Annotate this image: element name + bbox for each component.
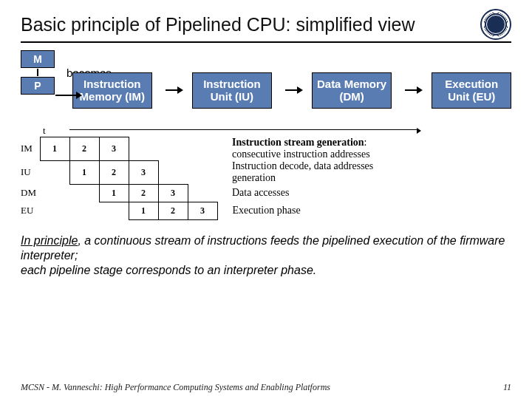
row-label-eu: EU	[21, 202, 40, 219]
timing-cell: 3	[99, 137, 129, 160]
row-label-im: IM	[21, 137, 40, 160]
table-row: EU 1 2 3 Execution phase	[21, 202, 417, 219]
timing-cell: 2	[69, 137, 99, 160]
page-title: Basic principle of Pipelined CPU: simpli…	[21, 14, 415, 35]
timing-cell: 3	[188, 202, 217, 219]
bus-connector-icon	[37, 69, 38, 76]
table-row: IM 1 2 3 Instruction stream generation: …	[21, 137, 417, 160]
row-label-dm: DM	[21, 184, 40, 202]
title-rule	[21, 41, 511, 43]
row-desc-iu: Instruction decode, data addresses gener…	[217, 160, 417, 184]
timing-cell: 2	[158, 202, 188, 219]
row-desc-dm: Data accesses	[217, 184, 417, 202]
old-cpu-block: M P	[21, 50, 55, 95]
timing-cell: 3	[129, 160, 158, 184]
table-row: IU 1 2 3 Instruction decode, data addres…	[21, 160, 417, 184]
page-number: 11	[503, 382, 511, 393]
timing-cell: 1	[40, 137, 69, 160]
timing-cell: 1	[99, 184, 129, 202]
timing-cell: 1	[129, 202, 158, 219]
stage-dm: Data Memory (DM)	[312, 72, 392, 109]
timing-diagram: t IM 1 2 3 Instruction stream generation…	[21, 125, 511, 220]
processor-box: P	[21, 77, 55, 95]
summary-paragraph: In principle, a continuous stream of ins…	[21, 233, 511, 278]
university-seal-icon	[480, 9, 511, 40]
row-desc-im: Instruction stream generation: consecuti…	[217, 137, 417, 160]
pipeline-stages: Instruction Memory (IM) Instruction Unit…	[72, 72, 511, 109]
stage-iu: Instruction Unit (IU)	[192, 72, 272, 109]
row-desc-eu: Execution phase	[217, 202, 417, 219]
timing-cell: 2	[129, 184, 158, 202]
row-label-iu: IU	[21, 160, 40, 184]
stage-im: Instruction Memory (IM)	[72, 72, 152, 109]
table-row: DM 1 2 3 Data accesses	[21, 184, 417, 202]
time-axis-label: t	[40, 125, 69, 137]
timing-cell: 1	[69, 160, 99, 184]
stage-eu: Execution Unit (EU)	[432, 72, 511, 109]
arrow-icon	[405, 89, 419, 91]
arrow-icon	[55, 95, 78, 96]
time-axis-arrow-icon	[69, 125, 417, 137]
arrow-icon	[285, 89, 299, 91]
timing-cell: 2	[99, 160, 129, 184]
memory-box: M	[21, 50, 55, 68]
arrow-icon	[166, 89, 180, 91]
timing-cell: 3	[158, 184, 188, 202]
footer-credit: MCSN - M. Vanneschi: High Performance Co…	[21, 382, 330, 393]
